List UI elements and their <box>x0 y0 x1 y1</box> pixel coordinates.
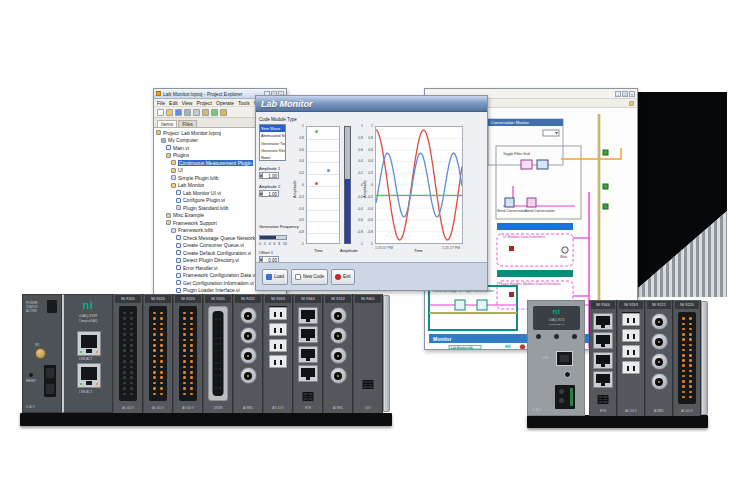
cut-icon[interactable] <box>184 109 191 116</box>
listbox-item[interactable]: Sine Wave <box>260 125 285 132</box>
power-label: 9-30 V <box>26 405 35 409</box>
tree-item-label: Framework Configuration Data.vi <box>183 272 256 278</box>
button-label: Exit <box>343 274 351 279</box>
vi-icon <box>176 250 181 255</box>
menu-item-view[interactable]: View <box>182 100 193 106</box>
exit-icon <box>335 274 341 280</box>
module-model-label: NI 9220 <box>145 295 171 303</box>
menu-item-file[interactable]: File <box>157 100 165 106</box>
slider-fill <box>260 236 276 239</box>
lib-icon <box>176 205 181 210</box>
slider-label: Generation Frequency <box>259 224 299 229</box>
axis-tick-label: 1 <box>293 124 304 128</box>
module-footer-label: DIO <box>354 404 382 412</box>
numeric-value[interactable]: 1.00 <box>263 190 279 197</box>
data-point <box>327 169 330 172</box>
controller-sub-label: CompactDAQ <box>533 323 580 326</box>
exit-button[interactable]: Exit <box>331 269 355 285</box>
module-footer-label: AO 24 V <box>618 407 644 415</box>
refresh-icon[interactable] <box>211 109 218 116</box>
aux-jack <box>564 371 571 378</box>
tree-item-label: Get Configuration Information.vi <box>183 280 254 286</box>
tree-item-label: Misc Example <box>173 212 204 218</box>
menu-item-edit[interactable]: Edit <box>169 100 178 106</box>
controller-model: cDAQ-9174 <box>533 318 580 322</box>
io-module-ni-9344: NI 9344ETH <box>589 300 617 416</box>
led <box>572 334 577 339</box>
menu-item-project[interactable]: Project <box>196 100 212 106</box>
tree-item-label: Framework.lvlib <box>178 227 213 233</box>
tree-item-label: Create Consumer Queue.vi <box>183 242 244 248</box>
numeric-value[interactable]: 1.00 <box>263 172 279 179</box>
io-module-ni-9401: NI 9401DIO <box>353 294 383 413</box>
maximize-button[interactable]: □ <box>622 91 628 97</box>
vi-icon <box>176 198 181 203</box>
minimize-button[interactable]: – <box>615 91 621 97</box>
tab-items[interactable]: Items <box>157 120 177 127</box>
code-module-listbox[interactable]: Sine WaveAttenuated SineGenerator TwoGen… <box>259 124 286 161</box>
vi-icon <box>176 265 181 270</box>
menu-item-tools[interactable]: Tools <box>238 100 250 106</box>
save-icon[interactable] <box>175 109 182 116</box>
rj45x4-connector <box>294 304 322 403</box>
axis-tick-label: -0.8 <box>362 230 373 234</box>
frame-label: Toggle Filter Grid <box>503 152 530 156</box>
module-model-label: NI 9222 <box>647 301 671 309</box>
listbox-item[interactable]: Generator Two <box>260 140 285 147</box>
reset-button <box>29 373 33 377</box>
usb-port <box>556 351 573 366</box>
axis-tick-label: 0.2 <box>293 171 304 175</box>
slider-tick-label: 2 <box>264 242 266 246</box>
load-button[interactable]: Load <box>262 269 288 285</box>
dsub-connector <box>204 304 232 403</box>
numeric-amplitude-1[interactable]: Amplitude 1 1.00 <box>259 166 289 179</box>
io-module-ni-9220: NI 9220AI ±10 V <box>143 294 173 413</box>
io-module-ni-9222: NI 9222AI BNC <box>233 294 263 413</box>
usb-label: USB <box>542 356 548 360</box>
screw-orange-connector <box>174 304 202 403</box>
load-icon <box>266 274 272 280</box>
ni-logo-icon: ni <box>505 343 510 349</box>
listbox-item[interactable]: Attenuated Sine <box>260 132 285 139</box>
led-labels: POWER STATUS ACTIVE <box>26 301 44 313</box>
axis-tick-label: -0.6 <box>362 218 373 222</box>
close-button[interactable]: × <box>629 91 635 97</box>
generation-frequency-slider[interactable] <box>259 235 287 240</box>
axis-tick-label: 0 <box>293 183 304 187</box>
folder-open-icon[interactable] <box>166 109 173 116</box>
module-model-label: NI 9263 <box>619 301 643 309</box>
bnc4-connector <box>324 304 352 403</box>
folder-icon <box>166 220 171 225</box>
help-icon[interactable] <box>220 109 227 116</box>
io-module-ni-9205: NI 9205DSUB <box>203 294 233 413</box>
axis-tick-label: -0.6 <box>293 218 304 222</box>
module-model-label: NI 9222 <box>325 295 351 303</box>
numeric-label: Amplitude 2 <box>259 184 289 189</box>
project-window-title: Lab Monitor.lvproj - Project Explorer <box>163 91 262 97</box>
axis-tick-label: 0.2 <box>362 171 373 175</box>
axis-tick-label: 1 <box>362 124 373 128</box>
waveform-xlabel: Time <box>414 248 423 253</box>
tab-files[interactable]: Files <box>178 120 197 127</box>
folder-icon[interactable] <box>629 101 634 106</box>
slider-tick-label: 8 <box>278 242 280 246</box>
numeric-amplitude-2[interactable]: Amplitude 2 1.00 <box>259 184 289 197</box>
menu-item-operate[interactable]: Operate <box>216 100 234 106</box>
listbox-item[interactable]: Generate Rectangle <box>260 147 285 154</box>
listbox-item[interactable]: None <box>260 154 285 161</box>
gridline <box>307 174 339 175</box>
front-panel-titlebar[interactable]: Lab Monitor <box>256 96 487 112</box>
new-file-icon[interactable] <box>157 109 164 116</box>
end-timestamp: 1:25:17 PM <box>442 246 460 250</box>
tree-item-label: Create Default Configuration.vi <box>183 250 251 256</box>
power-socket-connector <box>264 304 292 403</box>
port-label: LINK ACT <box>79 390 92 394</box>
new-code-button[interactable]: New Code <box>291 269 328 285</box>
ethernet-port-1 <box>77 331 101 356</box>
copy-icon[interactable] <box>193 109 200 116</box>
module-footer-label: AI ±10 V <box>174 404 202 412</box>
labview-app-icon <box>156 91 161 96</box>
slider-ticks: 0246810 <box>259 242 287 246</box>
io-module-ni-9222: NI 9222AI BNC <box>645 300 673 416</box>
paste-icon[interactable] <box>202 109 209 116</box>
